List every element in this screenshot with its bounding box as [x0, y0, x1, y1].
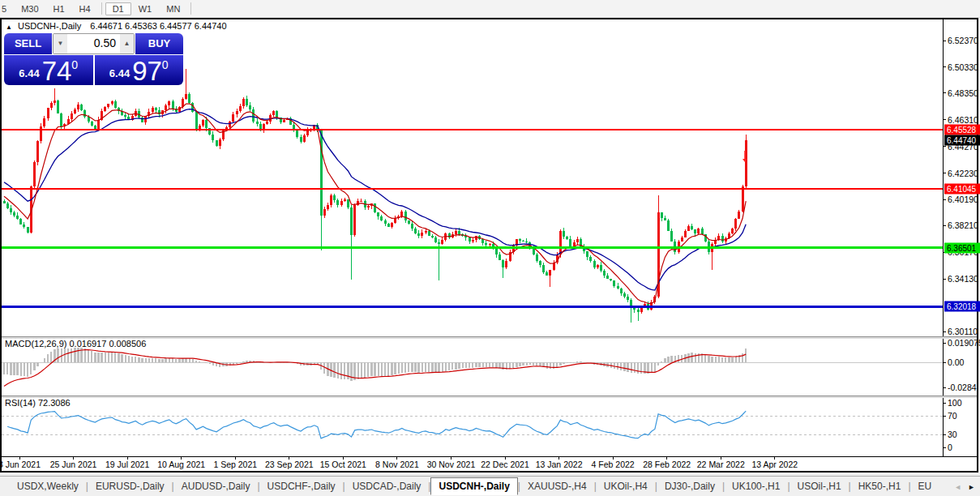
chart-canvas[interactable]: ▲ USDCNH-,Daily 6.44671 6.45363 6.44577 … — [2, 19, 977, 471]
rsi-axis-tick: 70 — [948, 411, 957, 421]
date-label: 8 Nov 2021 — [375, 460, 419, 469]
symbol-period-label: USDCNH-,Daily — [18, 21, 81, 31]
price-axis-tick: 6.40190 — [948, 195, 978, 204]
date-label: 3 Jun 2021 — [0, 460, 41, 469]
buy-price-pipette: 0 — [162, 58, 169, 71]
date-label: 22 Mar 2022 — [697, 460, 745, 469]
date-label: 23 Sep 2021 — [265, 460, 314, 469]
tab-hk50-h1[interactable]: HK50-,H1 — [851, 478, 909, 494]
chart-header: ▲ USDCNH-,Daily 6.44671 6.45363 6.44577 … — [6, 21, 227, 31]
price-axis-tick: 6.38210 — [948, 220, 978, 230]
sell-price-prefix: 6.44 — [19, 67, 39, 79]
price-axis-tick: 6.48350 — [948, 88, 978, 98]
chart-tab-bar: USDX,Weekly|EURUSD-,Daily|AUDUSD-,Daily|… — [0, 476, 980, 496]
rsi-axis-tick: 0 — [948, 443, 952, 452]
price-axis-tick: 6.52370 — [948, 36, 978, 45]
tab-usdcad-daily[interactable]: USDCAD-,Daily — [345, 478, 429, 494]
rsi-axis-tick: 30 — [948, 430, 957, 439]
chart-window: ▲ USDCNH-,Daily 6.44671 6.45363 6.44577 … — [0, 18, 978, 472]
timeframe-h4[interactable]: H4 — [72, 2, 98, 15]
tab-usoil-h1[interactable]: USOil-,H1 — [790, 478, 849, 494]
timeframe-5[interactable]: 5 — [0, 2, 14, 15]
date-label: 19 Jul 2021 — [105, 460, 149, 469]
buy-price-main: 97 — [132, 58, 162, 83]
one-click-trading-panel: SELL ▼ 0.50 ▲ BUY 6.44740 6.44970 — [4, 33, 183, 85]
price-line-label: 6.41045 — [944, 183, 980, 194]
price-axis-tick: 6.34130 — [948, 274, 978, 284]
volume-decrease-button[interactable]: ▼ — [53, 34, 67, 53]
sell-button[interactable]: SELL — [4, 33, 52, 54]
tab-xauusd-h4[interactable]: XAUUSD-,H4 — [520, 478, 594, 494]
macd-indicator-label: MACD(12,26,9) 0.016917 0.008506 — [5, 339, 146, 348]
date-label: 15 Oct 2021 — [320, 460, 366, 469]
tab-eu[interactable]: EU — [911, 478, 939, 494]
tab-usdcnh-daily[interactable]: USDCNH-,Daily — [430, 477, 517, 495]
price-axis-tick: 6.46310 — [948, 115, 978, 125]
tab-scroll-right-icon[interactable]: ► — [968, 483, 975, 491]
date-label: 25 Jun 2021 — [50, 460, 97, 469]
timeframe-d1[interactable]: D1 — [105, 2, 131, 15]
tab-dj30-daily[interactable]: DJ30-,Daily — [657, 478, 722, 494]
date-label: 22 Dec 2021 — [481, 460, 529, 469]
timeframe-mn[interactable]: MN — [159, 2, 187, 15]
toolbar-separator — [190, 2, 191, 15]
date-label: 13 Apr 2022 — [752, 460, 798, 469]
buy-price-prefix: 6.44 — [109, 67, 130, 79]
price-axis-tick: 6.50330 — [948, 62, 978, 72]
price-line-label: 6.32018 — [944, 301, 980, 312]
rsi-pane-separator[interactable] — [2, 396, 977, 398]
price-line-label: 6.45528 — [944, 125, 980, 135]
date-label: 30 Nov 2021 — [427, 460, 476, 469]
macd-axis-tick: 0.00 — [948, 357, 964, 367]
tab-scroll-left-icon[interactable]: ◄ — [954, 483, 961, 491]
ohlc-values: 6.44671 6.45363 6.44577 6.44740 — [90, 21, 226, 31]
sell-price-pipette: 0 — [71, 58, 78, 71]
buy-button[interactable]: BUY — [135, 33, 183, 54]
volume-stepper: ▼ 0.50 ▲ — [53, 33, 135, 54]
date-label: 13 Jan 2022 — [536, 460, 583, 469]
price-line-label: 6.44740 — [944, 135, 980, 146]
date-label: 4 Feb 2022 — [592, 460, 635, 469]
mt4-terminal: 5M30H1H4D1W1MN ▲ USDCNH-,Daily 6.44671 6… — [0, 0, 980, 496]
tab-audusd-daily[interactable]: AUDUSD-,Daily — [174, 478, 258, 494]
macd-axis-tick: -0.0284 — [948, 383, 977, 392]
volume-increase-button[interactable]: ▲ — [120, 34, 134, 53]
rsi-indicator-label: RSI(14) 72.3086 — [5, 398, 71, 408]
collapse-panel-icon[interactable]: ▲ — [6, 24, 12, 31]
sell-price-display[interactable]: 6.44740 — [4, 55, 93, 85]
price-line-label: 6.36501 — [944, 242, 980, 253]
tab-ukoil-h4[interactable]: UKOil-,H4 — [597, 478, 655, 494]
timeframe-w1[interactable]: W1 — [131, 2, 160, 15]
toolbar-separator — [101, 2, 102, 15]
tab-scroll-arrows: ◄► — [952, 477, 977, 496]
buy-price-display[interactable]: 6.44970 — [95, 55, 184, 85]
date-label: 1 Sep 2021 — [213, 460, 257, 469]
timeframe-m30[interactable]: M30 — [14, 2, 45, 15]
sell-price-main: 74 — [42, 58, 72, 83]
date-label: 28 Feb 2022 — [643, 460, 691, 469]
volume-input[interactable]: 0.50 — [67, 34, 120, 53]
tab-uk100-h1[interactable]: UK100-,H1 — [725, 478, 787, 494]
price-axis-tick: 6.30110 — [948, 327, 978, 336]
tab-usdx-weekly[interactable]: USDX,Weekly — [10, 478, 86, 494]
price-chart-svg[interactable] — [2, 19, 977, 471]
macd-pane-separator[interactable] — [2, 336, 977, 339]
tab-usdchf-daily[interactable]: USDCHF-,Daily — [260, 478, 343, 494]
macd-axis-tick: 0.019075 — [948, 338, 980, 348]
rsi-axis-tick: 100 — [948, 398, 962, 408]
timeframe-h1[interactable]: H1 — [46, 2, 72, 15]
date-label: 10 Aug 2021 — [157, 460, 205, 469]
price-axis-tick: 6.42230 — [948, 169, 978, 178]
timeframe-toolbar: 5M30H1H4D1W1MN — [0, 0, 980, 18]
tab-eurusd-daily[interactable]: EURUSD-,Daily — [88, 478, 172, 494]
